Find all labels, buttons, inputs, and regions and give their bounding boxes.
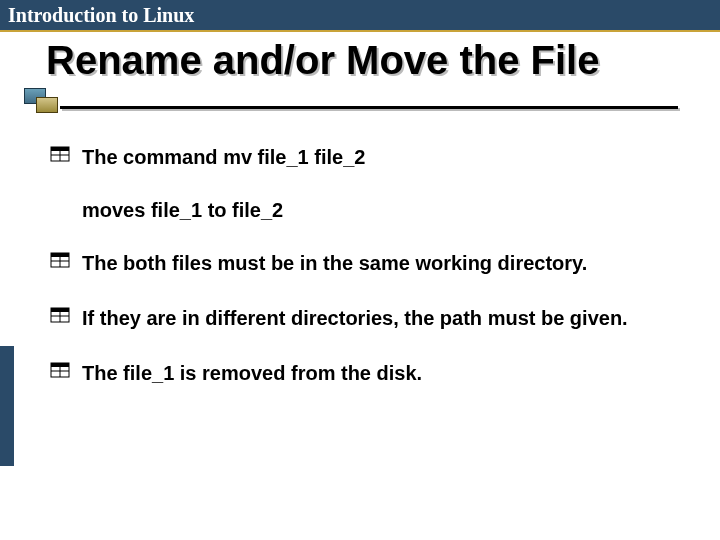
svg-rect-1: [51, 147, 69, 151]
bullet-icon: [50, 362, 70, 380]
slide-header-bar: Introduction to Linux: [0, 0, 720, 32]
decorative-boxes-icon: [24, 88, 64, 118]
bullet-icon: [50, 146, 70, 164]
bullet-text: If they are in different directories, th…: [82, 307, 628, 329]
bullet-item: The file_1 is removed from the disk.: [56, 360, 664, 387]
svg-rect-13: [51, 363, 69, 367]
bullet-item: The both files must be in the same worki…: [56, 250, 664, 277]
bullet-icon: [50, 252, 70, 270]
slide-body: The command mv file_1 file_2 moves file_…: [0, 114, 720, 387]
bullet-continuation: moves file_1 to file_2: [56, 199, 664, 222]
title-rule: [24, 90, 678, 114]
slide-title: Rename and/or Move the File: [46, 38, 720, 82]
bullet-text: The both files must be in the same worki…: [82, 252, 587, 274]
course-title: Introduction to Linux: [8, 4, 194, 27]
svg-rect-5: [51, 253, 69, 257]
bullet-text: The command mv file_1 file_2: [82, 146, 365, 168]
bullet-text: The file_1 is removed from the disk.: [82, 362, 422, 384]
bullet-icon: [50, 307, 70, 325]
left-decorative-bar: [0, 346, 14, 466]
svg-rect-9: [51, 308, 69, 312]
title-area: Rename and/or Move the File: [0, 32, 720, 114]
bullet-item: If they are in different directories, th…: [56, 305, 664, 332]
horizontal-rule: [60, 106, 678, 109]
bullet-item: The command mv file_1 file_2: [56, 144, 664, 171]
